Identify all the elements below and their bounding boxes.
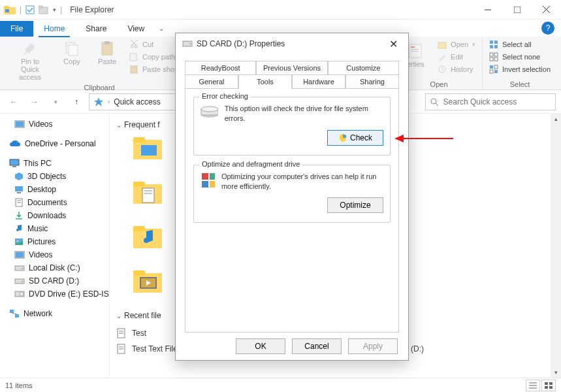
- search-icon: [430, 97, 438, 106]
- apply-button[interactable]: Apply: [348, 338, 398, 354]
- dialog-close-button[interactable]: ✕: [385, 37, 402, 52]
- tab-share[interactable]: Share: [75, 21, 117, 37]
- svg-rect-37: [490, 70, 493, 73]
- tab-home[interactable]: Home: [33, 21, 75, 37]
- scroll-down-button[interactable]: ▾: [551, 367, 561, 378]
- svg-rect-31: [490, 53, 493, 56]
- invert-selection-button[interactable]: Invert selection: [488, 64, 552, 74]
- dialog-titlebar: SD CARD (D:) Properties ✕: [176, 33, 408, 54]
- svg-rect-47: [15, 186, 23, 191]
- qat-newfolder-icon[interactable]: [39, 5, 49, 14]
- view-details-button[interactable]: [526, 380, 540, 391]
- svg-line-10: [24, 52, 27, 55]
- svg-rect-44: [10, 159, 19, 165]
- tab-sharing[interactable]: Sharing: [345, 74, 399, 89]
- tab-hardware[interactable]: Hardware: [292, 74, 345, 89]
- chevron-down-icon: ⌄: [116, 122, 121, 129]
- status-bar: 11 items: [0, 378, 561, 392]
- paste-shortcut-icon: [129, 65, 138, 74]
- svg-rect-75: [133, 226, 145, 231]
- recent-locations-button[interactable]: ▾: [47, 93, 64, 110]
- svg-point-16: [135, 45, 137, 48]
- tab-view[interactable]: View: [117, 21, 155, 37]
- copy-button[interactable]: Copy: [57, 39, 86, 67]
- folder-tile-desktop[interactable]: [132, 135, 163, 161]
- history-button[interactable]: History: [436, 64, 477, 74]
- sidebar-item-videos[interactable]: Videos: [1, 118, 108, 131]
- open-button[interactable]: Open▾: [436, 39, 477, 50]
- folder-tile-documents[interactable]: [132, 179, 163, 205]
- copy-path-icon: [129, 52, 138, 61]
- optimize-button[interactable]: Optimize: [327, 197, 383, 213]
- tab-tools[interactable]: Tools: [238, 74, 292, 89]
- select-none-button[interactable]: Select none: [488, 52, 552, 62]
- breadcrumb-item[interactable]: Quick access: [114, 97, 160, 106]
- sidebar-item-downloads[interactable]: Downloads: [1, 209, 108, 222]
- forward-button[interactable]: →: [26, 93, 43, 110]
- tab-readyboost[interactable]: ReadyBoost: [185, 61, 256, 74]
- minimize-button[interactable]: [473, 1, 502, 19]
- folder-tile-videos[interactable]: [132, 268, 163, 294]
- sidebar-item-pictures[interactable]: Pictures: [1, 235, 108, 248]
- check-button[interactable]: Check: [327, 130, 383, 146]
- sidebar-item-music[interactable]: Music: [1, 222, 108, 235]
- paste-button[interactable]: Paste: [93, 39, 121, 67]
- sidebar-item-this-pc[interactable]: This PC: [1, 157, 108, 170]
- ribbon-collapse-button[interactable]: ⌄: [155, 24, 168, 33]
- svg-line-17: [132, 40, 137, 45]
- svg-rect-36: [494, 65, 498, 69]
- cancel-button[interactable]: Cancel: [292, 338, 342, 354]
- tab-file[interactable]: File: [0, 21, 33, 37]
- svg-rect-56: [16, 252, 24, 257]
- back-button[interactable]: ←: [5, 93, 22, 110]
- svg-point-15: [131, 45, 133, 48]
- pc-icon: [9, 159, 20, 168]
- sidebar-item-desktop[interactable]: Desktop: [1, 183, 108, 196]
- qat-checkbox-icon[interactable]: [25, 5, 35, 14]
- svg-rect-28: [494, 41, 498, 44]
- svg-point-58: [22, 268, 23, 269]
- view-large-icons-button[interactable]: [541, 380, 556, 391]
- scroll-up-button[interactable]: ▴: [551, 114, 561, 124]
- svg-rect-100: [210, 173, 215, 180]
- maximize-button[interactable]: [502, 1, 532, 19]
- sidebar-item-network[interactable]: Network: [1, 307, 108, 320]
- sidebar-item-onedrive[interactable]: OneDrive - Personal: [1, 137, 108, 150]
- svg-rect-19: [130, 54, 136, 61]
- ok-button[interactable]: OK: [236, 338, 285, 354]
- optimize-group: Optimize and defragment drive Optimizing…: [193, 165, 391, 223]
- svg-line-41: [436, 103, 438, 106]
- sidebar-item-dvd[interactable]: DVD Drive (E:) ESD-IS: [1, 287, 108, 301]
- help-icon[interactable]: ?: [541, 22, 554, 35]
- sidebar-item-videos[interactable]: Videos: [1, 248, 108, 261]
- text-file-icon: [116, 328, 127, 338]
- tab-previous-versions[interactable]: Previous Versions: [256, 61, 327, 74]
- qat-dropdown-icon[interactable]: ▾: [53, 7, 56, 13]
- svg-rect-7: [514, 7, 521, 13]
- tab-general[interactable]: General: [185, 74, 238, 89]
- ribbon-group-open: erties Open▾ Edit History Open: [396, 39, 483, 90]
- drive-icon: [14, 277, 25, 285]
- documents-icon: [14, 198, 24, 207]
- chevron-down-icon: ⌄: [116, 312, 121, 319]
- history-icon: [438, 65, 447, 74]
- svg-rect-38: [494, 70, 498, 73]
- sidebar-item-local-disk[interactable]: Local Disk (C:): [1, 261, 108, 274]
- select-all-button[interactable]: Select all: [488, 39, 552, 50]
- up-button[interactable]: ↑: [68, 93, 85, 110]
- svg-rect-99: [202, 173, 208, 180]
- svg-rect-30: [494, 45, 498, 48]
- sidebar-item-3d-objects[interactable]: 3D Objects: [1, 170, 108, 183]
- close-button[interactable]: [532, 1, 561, 19]
- folder-tile-music[interactable]: [132, 223, 163, 250]
- tab-customize[interactable]: Customize: [328, 61, 399, 74]
- edit-button[interactable]: Edit: [436, 52, 477, 62]
- search-box[interactable]: [425, 93, 556, 110]
- search-input[interactable]: [442, 97, 551, 107]
- pin-quick-access-button[interactable]: Pin to Quick access: [9, 39, 51, 82]
- vertical-scrollbar[interactable]: ▴ ▾: [551, 114, 561, 378]
- svg-point-54: [17, 240, 19, 242]
- svg-rect-32: [494, 53, 498, 56]
- sidebar-item-documents[interactable]: Documents: [1, 196, 108, 209]
- sidebar-item-sd-card[interactable]: SD CARD (D:): [1, 274, 108, 287]
